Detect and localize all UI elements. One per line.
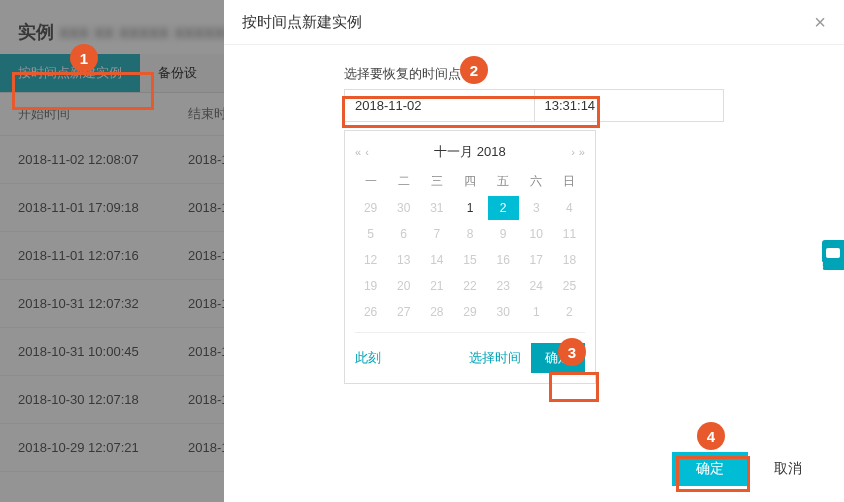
calendar-weekday: 一 <box>355 169 386 194</box>
calendar-day: 27 <box>388 300 419 324</box>
calendar-day: 8 <box>454 222 485 246</box>
callout-marker-4: 4 <box>697 422 725 450</box>
calendar-day[interactable]: 1 <box>454 196 485 220</box>
calendar-day: 15 <box>454 248 485 272</box>
calendar-day: 24 <box>521 274 552 298</box>
calendar-day: 11 <box>554 222 585 246</box>
calendar-day: 18 <box>554 248 585 272</box>
calendar-day: 26 <box>355 300 386 324</box>
calendar-day: 22 <box>454 274 485 298</box>
calendar-weekday: 六 <box>521 169 552 194</box>
calendar-day: 23 <box>488 274 519 298</box>
calendar-day: 20 <box>388 274 419 298</box>
callout-marker-3: 3 <box>558 338 586 366</box>
calendar-weekday: 三 <box>421 169 452 194</box>
calendar-day: 16 <box>488 248 519 272</box>
calendar-now-link[interactable]: 此刻 <box>355 349 381 367</box>
field-label-restore-time: 选择要恢复的时间点 <box>344 65 724 83</box>
calendar-day: 10 <box>521 222 552 246</box>
callout-marker-2: 2 <box>460 56 488 84</box>
calendar-weekday: 日 <box>554 169 585 194</box>
calendar-day: 21 <box>421 274 452 298</box>
cancel-button[interactable]: 取消 <box>756 452 820 486</box>
calendar-day: 30 <box>488 300 519 324</box>
calendar-day: 6 <box>388 222 419 246</box>
prev-year-icon[interactable]: « <box>355 146 361 158</box>
calendar-day: 31 <box>421 196 452 220</box>
datetime-inputs <box>344 89 724 122</box>
calendar-day: 3 <box>521 196 552 220</box>
calendar-day: 1 <box>521 300 552 324</box>
calendar-day: 13 <box>388 248 419 272</box>
calendar-day[interactable]: 2 <box>488 196 519 220</box>
calendar-day: 9 <box>488 222 519 246</box>
modal-title: 按时间点新建实例 <box>242 13 362 32</box>
calendar-day: 19 <box>355 274 386 298</box>
confirm-button[interactable]: 确定 <box>672 452 748 486</box>
calendar-weekday: 二 <box>388 169 419 194</box>
calendar-prev-nav[interactable]: «‹ <box>355 146 369 158</box>
next-month-icon[interactable]: › <box>571 146 575 158</box>
calendar-choose-time-link[interactable]: 选择时间 <box>469 349 521 367</box>
feedback-label: 咨询 · 建议 <box>811 250 825 260</box>
calendar-day: 28 <box>421 300 452 324</box>
calendar-weekday: 五 <box>488 169 519 194</box>
calendar-day: 5 <box>355 222 386 246</box>
calendar-day: 12 <box>355 248 386 272</box>
calendar-day: 7 <box>421 222 452 246</box>
calendar-day: 4 <box>554 196 585 220</box>
next-year-icon[interactable]: » <box>579 146 585 158</box>
calendar-day: 17 <box>521 248 552 272</box>
calendar-month-label: 十一月 2018 <box>434 143 506 161</box>
calendar-day: 2 <box>554 300 585 324</box>
feedback-side-tab[interactable]: 咨询 · 建议 <box>822 240 844 270</box>
close-icon[interactable]: × <box>814 12 826 32</box>
date-input[interactable] <box>344 89 535 122</box>
prev-month-icon[interactable]: ‹ <box>365 146 369 158</box>
calendar-day: 14 <box>421 248 452 272</box>
database-icon <box>826 248 840 258</box>
calendar-day: 29 <box>454 300 485 324</box>
calendar-day: 29 <box>355 196 386 220</box>
calendar-day: 30 <box>388 196 419 220</box>
time-input[interactable] <box>535 89 725 122</box>
callout-marker-1: 1 <box>70 44 98 72</box>
modal-create-by-time: 按时间点新建实例 × 选择要恢复的时间点 «‹ 十一月 2018 ›» 一二三四… <box>224 0 844 502</box>
calendar-next-nav[interactable]: ›» <box>571 146 585 158</box>
calendar-day: 25 <box>554 274 585 298</box>
calendar-weekday: 四 <box>454 169 485 194</box>
